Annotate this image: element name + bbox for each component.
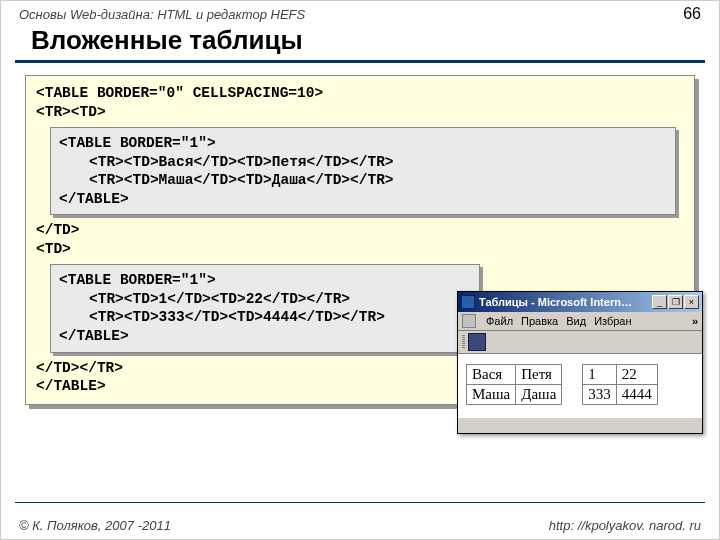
table-row: Вася Петя (467, 365, 562, 385)
browser-title: Таблицы - Microsoft Intern… (479, 296, 652, 308)
toolbar-icon[interactable] (468, 333, 486, 351)
code-line: <TD> (36, 240, 684, 259)
footer-rule (15, 502, 705, 503)
rendered-table-1: Вася Петя Маша Даша (466, 364, 562, 405)
slide-footer: © К. Поляков, 2007 -2011 http: //kpolyak… (1, 518, 719, 533)
cell: Маша (467, 385, 516, 405)
maximize-button[interactable]: ❐ (668, 295, 683, 309)
code-line: <TR><TD>1</TD><TD>22</TD></TR> (59, 290, 471, 309)
cell: 4444 (616, 385, 657, 405)
slide-header: Основы Web-дизайна: HTML и редактор HEFS… (1, 1, 719, 25)
table-row: 333 4444 (583, 385, 658, 405)
browser-titlebar: Таблицы - Microsoft Intern… _ ❐ × (458, 292, 702, 312)
menu-edit[interactable]: Правка (521, 315, 558, 327)
inner-code-block-1: <TABLE BORDER="1"> <TR><TD>Вася</TD><TD>… (50, 127, 676, 215)
code-line: <TR><TD>Вася</TD><TD>Петя</TD></TR> (59, 153, 667, 172)
menubar-grip-icon (462, 314, 476, 328)
cell: 333 (583, 385, 617, 405)
toolbar-grip-icon (462, 335, 465, 349)
code-line: <TABLE BORDER="0" CELLSPACING=10> (36, 84, 684, 103)
course-title: Основы Web-дизайна: HTML и редактор HEFS (19, 7, 305, 22)
browser-menubar: Файл Правка Вид Избран » (458, 312, 702, 331)
code-line: </TD> (36, 221, 684, 240)
code-line: <TR><TD>333</TD><TD>4444</TD></TR> (59, 308, 471, 327)
table-row: 1 22 (583, 365, 658, 385)
browser-toolbar (458, 331, 702, 354)
minimize-button[interactable]: _ (652, 295, 667, 309)
inner-code-block-2: <TABLE BORDER="1"> <TR><TD>1</TD><TD>22<… (50, 264, 480, 352)
code-line: </TABLE> (59, 190, 667, 209)
slide-title: Вложенные таблицы (1, 25, 719, 60)
browser-window: Таблицы - Microsoft Intern… _ ❐ × Файл П… (457, 291, 703, 434)
cell: 22 (616, 365, 657, 385)
table-row: Маша Даша (467, 385, 562, 405)
menu-view[interactable]: Вид (566, 315, 586, 327)
page-number: 66 (683, 5, 701, 23)
code-line: <TABLE BORDER="1"> (59, 134, 667, 153)
window-buttons: _ ❐ × (652, 295, 699, 309)
title-rule (15, 60, 705, 63)
close-button[interactable]: × (684, 295, 699, 309)
footer-url: http: //kpolyakov. narod. ru (549, 518, 701, 533)
cell: Петя (516, 365, 562, 385)
code-line: <TR><TD>Маша</TD><TD>Даша</TD></TR> (59, 171, 667, 190)
menu-favorites[interactable]: Избран (594, 315, 631, 327)
code-line: <TABLE BORDER="1"> (59, 271, 471, 290)
cell: Даша (516, 385, 562, 405)
copyright: © К. Поляков, 2007 -2011 (19, 518, 171, 533)
menu-file[interactable]: Файл (486, 315, 513, 327)
code-line: </TABLE> (59, 327, 471, 346)
cell: 1 (583, 365, 617, 385)
ie-icon (461, 295, 475, 309)
code-line: <TR><TD> (36, 103, 684, 122)
cell: Вася (467, 365, 516, 385)
browser-client-area: Вася Петя Маша Даша 1 22 333 4444 (458, 354, 702, 417)
slide: Основы Web-дизайна: HTML и редактор HEFS… (0, 0, 720, 540)
browser-statusbar (458, 417, 702, 433)
menu-more[interactable]: » (692, 315, 698, 327)
rendered-table-2: 1 22 333 4444 (582, 364, 658, 405)
